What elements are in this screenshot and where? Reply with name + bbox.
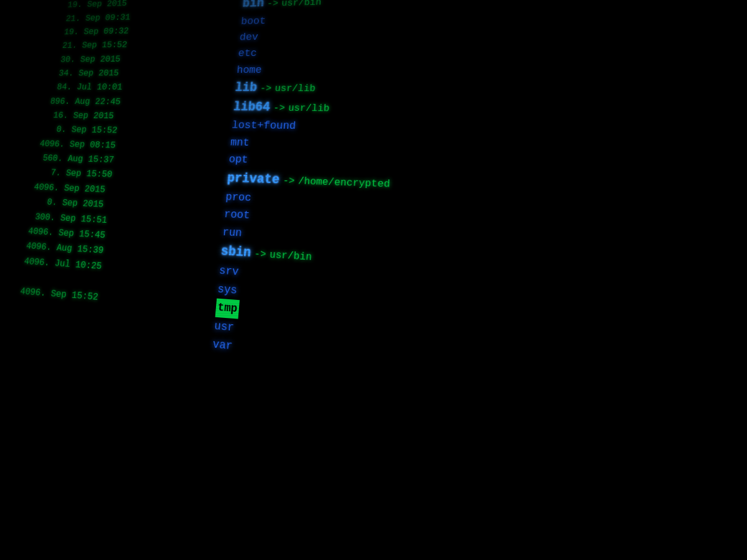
date-column: 19. Sep 15:53 19. Sep 2015 21. Sep 09:31… (0, 0, 245, 370)
terminal-content: 19. Sep 15:53 19. Sep 2015 21. Sep 09:31… (0, 0, 747, 436)
list-item: home (236, 59, 673, 79)
list-item: lib -> usr/lib (234, 78, 674, 100)
ls-output: 19. Sep 15:53 19. Sep 2015 21. Sep 09:31… (0, 0, 747, 436)
filename-column: bin -> usr/bin boot dev etc home lib (210, 0, 679, 416)
terminal-window: 19. Sep 15:53 19. Sep 2015 21. Sep 09:31… (0, 0, 747, 560)
